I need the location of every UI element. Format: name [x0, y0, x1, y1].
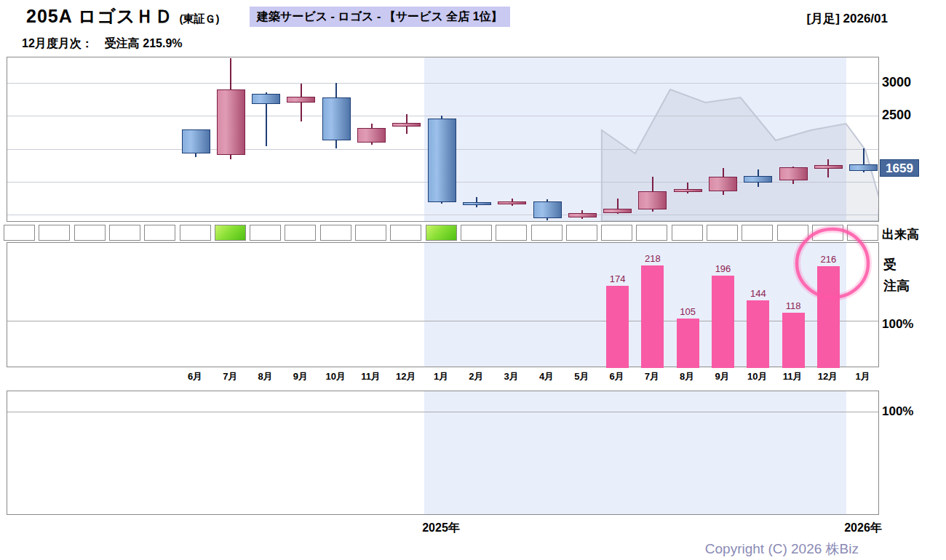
month-label-13: 7月: [635, 370, 669, 383]
volume-box: [566, 225, 597, 241]
volume-strip: [7, 225, 879, 241]
candle-body-2月: [463, 202, 491, 205]
candle-body-3月: [498, 201, 526, 204]
order-bar-value-9月: 196: [701, 263, 745, 274]
year-2025-highlight-zone: [424, 57, 846, 221]
year-label-2025: 2025年: [412, 521, 470, 536]
candle-body-8月: [674, 189, 702, 192]
volume-box: [390, 225, 421, 241]
price-gridline: [7, 83, 878, 84]
candle-body-10月: [744, 176, 772, 183]
volume-box: [180, 225, 211, 241]
volume-label: 出来高: [882, 226, 919, 243]
order-bar-value-12月: 216: [806, 254, 850, 265]
month-label-5: 11月: [354, 370, 389, 383]
y-axis-label-3000: 3000: [882, 75, 911, 90]
price-gridline: [7, 215, 878, 215]
month-label-2: 8月: [248, 370, 283, 383]
order-bar-value-8月: 105: [666, 306, 710, 317]
candle-body-6月: [603, 209, 632, 213]
volume-box: [355, 225, 386, 241]
volume-box-highlighted: [215, 225, 246, 241]
month-label-19: 1月: [846, 370, 881, 383]
month-label-12: 6月: [600, 370, 635, 383]
month-label-11: 5月: [564, 370, 599, 383]
candle-wick-9月: [301, 84, 302, 121]
volume-box: [636, 225, 667, 241]
stock-chart-page: 205A ロゴスＨＤ (東証Ｇ) 建築サービス - ロゴス - 【サービス 全店…: [0, 0, 946, 560]
price-gridline: [7, 116, 878, 116]
market-label: (東証Ｇ): [180, 12, 220, 25]
order-bar-10月: [747, 300, 769, 368]
volume-box: [672, 225, 703, 241]
volume-box: [74, 225, 106, 241]
volume-box: [4, 225, 35, 241]
volume-box: [144, 225, 175, 241]
candle-body-12月: [392, 123, 421, 127]
page-title: 205A ロゴスＨＤ (東証Ｇ): [26, 4, 220, 28]
month-label-3: 9月: [283, 370, 318, 383]
order-bar-value-10月: 144: [736, 288, 780, 299]
lower-panel: [7, 391, 879, 515]
candle-wick-12月: [827, 159, 829, 177]
order-bar-7月: [641, 265, 664, 368]
candlestick-chart: [7, 57, 879, 222]
month-label-18: 12月: [810, 370, 845, 383]
candle-body-11月: [357, 128, 386, 143]
order-bar-6月: [606, 286, 629, 368]
period-label: [月足] 2026/01: [757, 10, 888, 27]
candle-body-12月: [814, 165, 843, 169]
volume-box: [496, 225, 527, 241]
month-axis: 6月7月8月9月10月11月12月1月2月3月4月5月6月7月8月9月10月11…: [7, 370, 879, 383]
order-volume-chart: 174218105196144118216: [7, 242, 879, 367]
current-price-tag: 1659: [880, 159, 919, 177]
volume-box: [320, 225, 351, 241]
volume-box: [109, 225, 140, 241]
lower-axis-100pct: 100%: [882, 404, 913, 419]
month-label-0: 6月: [178, 370, 212, 383]
month-label-1: 7月: [212, 370, 247, 383]
month-label-15: 9月: [705, 370, 740, 383]
year-2025-highlight-zone: [424, 391, 846, 514]
stock-code-name: 205A ロゴスＨＤ: [26, 6, 174, 26]
volume-box: [601, 225, 632, 241]
candle-body-10月: [322, 97, 351, 140]
month-label-6: 12月: [389, 370, 424, 383]
month-label-14: 8月: [669, 370, 704, 383]
month-label-10: 4月: [529, 370, 564, 383]
order-label-line1: 受: [883, 256, 897, 273]
candle-body-7月: [638, 191, 667, 209]
volume-box: [847, 225, 878, 241]
volume-box: [461, 225, 492, 241]
month-label-17: 11月: [775, 370, 810, 383]
order-bar-8月: [677, 319, 699, 368]
order-bar-11月: [782, 313, 805, 368]
order-axis-100pct: 100%: [882, 317, 913, 332]
candle-body-9月: [709, 177, 737, 191]
month-label-8: 2月: [458, 370, 493, 383]
candle-body-5月: [568, 213, 597, 217]
lower-100pct-gridline: [7, 412, 878, 412]
volume-box: [742, 225, 773, 241]
month-label-9: 3月: [494, 370, 529, 383]
candle-body-11月: [779, 167, 808, 180]
month-label-16: 10月: [740, 370, 775, 383]
month-label-4: 10月: [318, 370, 353, 383]
order-bar-12月: [817, 266, 840, 368]
month-label-7: 1月: [424, 370, 458, 383]
volume-box: [285, 225, 316, 241]
volume-box: [707, 225, 738, 241]
candle-body-9月: [287, 97, 315, 103]
monthly-report-line: 12月度月次： 受注高 215.9%: [22, 36, 183, 52]
copyright-text: Copyright (C) 2026 株Biz: [640, 540, 859, 559]
volume-box: [250, 225, 281, 241]
volume-box: [777, 225, 808, 241]
year-label-2026: 2026年: [834, 521, 892, 536]
order-bar-value-11月: 118: [771, 300, 815, 311]
order-bar-value-7月: 218: [631, 253, 675, 264]
candle-body-1月: [428, 119, 456, 202]
candle-body-4月: [533, 201, 562, 218]
volume-box-highlighted: [426, 225, 457, 241]
order-bar-9月: [712, 276, 734, 368]
y-axis-label-2500: 2500: [882, 108, 911, 123]
